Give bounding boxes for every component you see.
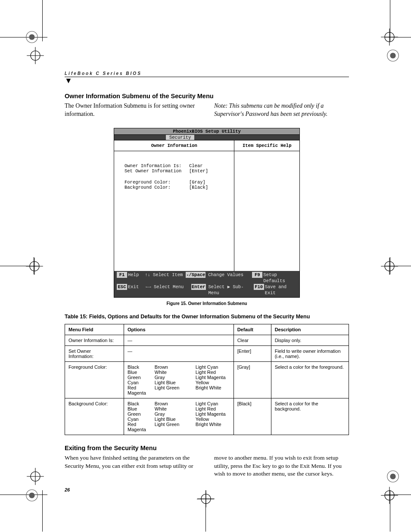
cell-field: Owner Information Is: (65, 335, 124, 346)
svg-point-25 (390, 473, 395, 479)
table-header-row: Menu Field Options Default Description (65, 324, 349, 335)
bios-key-space: -/Space (186, 272, 206, 278)
exit-para-left: When you have finished setting the param… (65, 454, 199, 478)
bios-right-header: Item Specific Help (234, 140, 299, 151)
bios-hint: Save and Exit (265, 284, 297, 296)
bios-field-value: [Enter] (189, 168, 208, 174)
figure-caption: Figure 15. Owner Information Submenu (65, 301, 349, 306)
bios-screenshot: PhoenixBIOS Setup Utility Security Owner… (114, 128, 300, 298)
bios-row: Set Owner Information [Enter] (125, 168, 230, 174)
table-title: Table 15: Fields, Options and Defaults f… (65, 314, 349, 320)
intro-note: Note: This submenu can be modified only … (214, 102, 349, 118)
bios-field-label: Foreground Color: (125, 180, 189, 185)
th-default: Default (234, 324, 271, 335)
bios-row: Owner Information Is: Clear (125, 163, 230, 168)
table-row: Foreground Color: Black Blue Green Cyan … (65, 362, 349, 398)
bios-row: Foreground Color: [Gray] (125, 180, 230, 185)
opts-col-a: Black Blue Green Cyan Red Magenta (128, 401, 146, 432)
table-row: Background Color: Black Blue Green Cyan … (65, 398, 349, 435)
bios-key-label: Exit (128, 284, 139, 289)
svg-point-17 (29, 492, 34, 498)
bios-hint: Select ▶ Sub-Menu (209, 284, 254, 296)
registration-mark-icon (22, 486, 41, 505)
registration-mark-icon (26, 46, 45, 65)
opts-col-b: Brown White Gray Light Blue Light Green (155, 401, 179, 432)
bios-left-header: Owner Information (114, 140, 234, 151)
cell-desc: Select a color for the foreground. (271, 362, 349, 398)
page-number: 26 (65, 487, 349, 492)
table-row: Owner Information Is: — Clear Display on… (65, 335, 349, 346)
registration-mark-icon (383, 46, 402, 65)
section-marker-icon: ▼ (65, 79, 349, 82)
registration-mark-icon (380, 257, 399, 276)
bios-hint: Change Values (208, 272, 252, 284)
cell-default: [Black] (234, 398, 271, 435)
cell-default: [Enter] (234, 346, 271, 362)
svg-point-1 (29, 34, 34, 40)
bios-footer: F1Help ↑↓ Select Item -/Space Change Val… (114, 271, 299, 298)
exit-section-title: Exiting from the Security Menu (65, 445, 349, 451)
cell-options: Black Blue Green Cyan Red Magenta Brown … (124, 362, 192, 398)
cell-default: [Gray] (234, 362, 271, 398)
registration-mark-icon (22, 28, 41, 47)
bios-field-value: [Black] (189, 185, 208, 190)
opts-col-c: Light Cyan Light Red Light Magenta Yello… (192, 362, 234, 398)
cell-options: — (124, 335, 192, 346)
bios-key-f9: F9 (252, 272, 262, 278)
registration-mark-icon (383, 467, 402, 486)
cell-default: Clear (234, 335, 271, 346)
registration-mark-icon (26, 467, 45, 486)
opts-col-a: Black Blue Green Cyan Red Magenta (128, 364, 146, 395)
registration-mark-icon (380, 28, 399, 47)
th-menu-field: Menu Field (65, 324, 124, 335)
cell-field: Foreground Color: (65, 362, 124, 398)
bios-field-label: Owner Information Is: (125, 163, 189, 168)
th-options: Options (124, 324, 234, 335)
cell-field: Set Owner Information: (65, 346, 124, 362)
bios-field-value: [Gray] (189, 180, 206, 185)
opts-col-c: Light Cyan Light Red Light Magenta Yello… (192, 398, 234, 435)
bios-key-label: Help (128, 272, 139, 277)
cell-desc: Field to write owner information (i.e., … (271, 346, 349, 362)
bios-hint: ↑↓ Select Item (145, 272, 186, 284)
bios-key-f1: F1 (117, 272, 127, 278)
bios-field-value: Clear (189, 163, 203, 168)
fields-table: Menu Field Options Default Description O… (65, 324, 349, 435)
bios-hint: ←→ Select Menu (146, 284, 188, 296)
running-head: LifeBook C Series BIOS (65, 71, 349, 77)
th-description: Description (271, 324, 349, 335)
bios-tab-security: Security (166, 135, 194, 140)
opts-col-b: Brown White Gray Light Blue Light Green (155, 364, 179, 395)
svg-point-9 (390, 53, 395, 58)
cell-desc: Display only. (271, 335, 349, 346)
cell-options-b (192, 335, 234, 346)
bios-row: Background Color: [Black] (125, 185, 230, 190)
bios-key-enter: Enter (191, 284, 206, 290)
bios-tabbar: Security (114, 135, 299, 140)
cell-options-b (192, 346, 234, 362)
intro-left: The Owner Information Submenu is for set… (65, 102, 199, 118)
bios-field-label: Set Owner Information (125, 168, 189, 174)
cell-desc: Select a color for the background. (271, 398, 349, 435)
exit-para-right: move to another menu. If you wish to exi… (214, 454, 349, 478)
bios-key-esc: ESC (117, 284, 127, 290)
bios-key-f10: F10 (254, 284, 264, 290)
registration-mark-icon (25, 257, 44, 276)
table-row: Set Owner Information: — [Enter] Field t… (65, 346, 349, 362)
bios-title: PhoenixBIOS Setup Utility (114, 128, 299, 135)
cell-field: Background Color: (65, 398, 124, 435)
registration-mark-icon (380, 486, 399, 505)
cell-options: Black Blue Green Cyan Red Magenta Brown … (124, 398, 192, 435)
bios-hint: Setup Defaults (263, 272, 297, 284)
bios-field-label: Background Color: (125, 185, 189, 190)
section-title: Owner Information Submenu of the Securit… (65, 93, 349, 100)
cell-options: — (124, 346, 192, 362)
